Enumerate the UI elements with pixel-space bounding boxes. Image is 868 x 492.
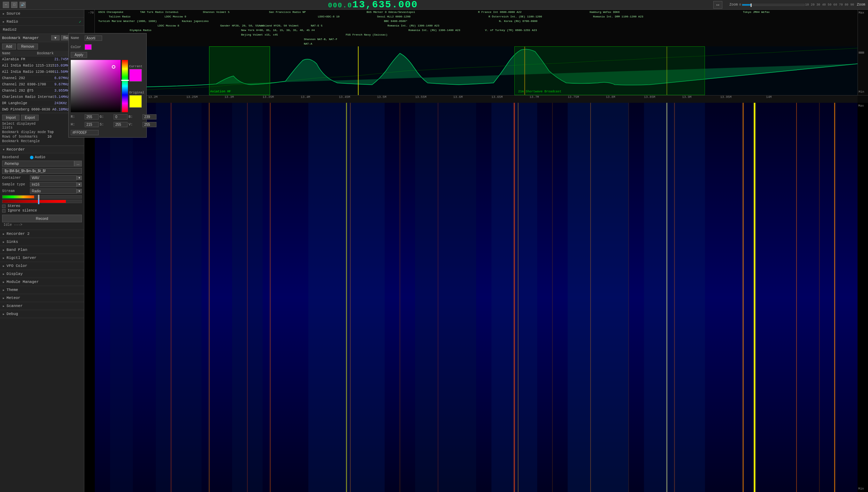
- bookmark-import-button[interactable]: Import: [2, 115, 20, 121]
- theme-header[interactable]: ▶ Theme: [0, 286, 84, 294]
- station-label: Seoul HLL2 0000-1200: [377, 15, 410, 18]
- radio2-section: Radio2: [0, 26, 84, 34]
- volume-bar-1[interactable]: [2, 195, 82, 199]
- recorder-path-input[interactable]: [2, 161, 74, 167]
- scanner-header[interactable]: ▶ Scanner: [0, 302, 84, 310]
- color-picker-swatch-preview[interactable]: [85, 44, 92, 50]
- station-label: NAT-E 5: [311, 24, 323, 27]
- bookmark-rectangle-label: Bookmark Rectangle: [2, 139, 47, 143]
- station-label: R France Int 0600-0900 A22: [478, 10, 522, 14]
- volume-button[interactable]: 🔊: [20, 2, 26, 8]
- freq-tick-label: 13.65M: [491, 95, 502, 99]
- color-picker-name-input[interactable]: [85, 36, 102, 41]
- volume-bar-2-container: [2, 200, 82, 203]
- sidebar-item-radio[interactable]: ▶ Radio ✓: [0, 18, 84, 25]
- waterfall-left-spacer: [84, 103, 95, 492]
- color-picker-gradient[interactable]: [71, 60, 121, 112]
- zoom-slider[interactable]: [742, 4, 805, 6]
- color-h-input[interactable]: [85, 122, 99, 127]
- recorder-path-browse-button[interactable]: ...: [74, 161, 82, 167]
- color-r-row: R:: [71, 114, 99, 120]
- color-hex-input[interactable]: [71, 130, 99, 135]
- station-label: Hamburg WeFax DDK6: [590, 10, 620, 14]
- display-title: Display: [7, 272, 23, 276]
- maximize-button[interactable]: □: [11, 2, 17, 8]
- color-g-input[interactable]: [114, 114, 128, 120]
- bookmark-name: Channel 292 @75: [2, 89, 54, 93]
- color-s-input[interactable]: [114, 122, 128, 127]
- aviation-hf-band: Aviation HF: [209, 46, 270, 95]
- sinks-header[interactable]: ▶ Sinks: [0, 238, 84, 246]
- freq-axis-right-spacer: [858, 95, 868, 103]
- zoom-text: Zoom: [857, 3, 865, 7]
- svg-rect-33: [644, 103, 705, 492]
- svg-rect-27: [156, 103, 201, 492]
- recorder-stream-arrow-icon[interactable]: ▼: [77, 189, 82, 193]
- meteor-header[interactable]: ▶ Meteor: [0, 294, 84, 302]
- band-plan-header[interactable]: ▶ Band Plan: [0, 246, 84, 254]
- volume-bar-2[interactable]: [2, 200, 82, 203]
- color-picker-apply-button[interactable]: Apply: [71, 52, 87, 58]
- debug-header[interactable]: ▶ Debug: [0, 310, 84, 318]
- color-picker-hue-bar[interactable]: [122, 60, 128, 112]
- recorder-stereo-checkbox[interactable]: [2, 205, 6, 208]
- recorder-audio-radio[interactable]: [30, 156, 33, 159]
- color-v-input[interactable]: [143, 122, 156, 127]
- spectrum-slider[interactable]: [859, 52, 864, 54]
- volume-knob-2[interactable]: [38, 199, 39, 204]
- debug-arrow-icon: ▶: [3, 313, 5, 316]
- station-label: LDOC<ODC-6 10: [318, 15, 339, 18]
- vfo-color-header[interactable]: ▶ VFO Color: [0, 262, 84, 270]
- recorder-stream-row: Stream Radio ▼: [2, 189, 82, 194]
- freq-main: 13,635.000: [352, 0, 418, 10]
- minimize-button[interactable]: —: [3, 2, 9, 8]
- bookmark-remove-button[interactable]: Remove: [17, 44, 38, 49]
- station-label: Tallinn Radio: [109, 15, 130, 18]
- bookmark-filter-button[interactable]: ▼: [51, 35, 60, 40]
- recorder-title: Recorder: [7, 147, 25, 152]
- vfo-color-section: ▶ VFO Color: [0, 262, 84, 270]
- zoom-control: Zoom 0 10 20 30 40 50 60 70 80 90 Zoom: [729, 3, 865, 7]
- bookmark-name: Alarabia FM: [2, 57, 54, 61]
- recorder-ignore-silence-checkbox[interactable]: [2, 209, 6, 213]
- color-picker-hue-cursor[interactable]: [121, 80, 129, 81]
- bookmark-manager-title: Bookmark Manager: [2, 36, 50, 40]
- display-header[interactable]: ▶ Display: [0, 270, 84, 278]
- freq-prefix: 000.0: [328, 1, 352, 9]
- sidebar-item-source[interactable]: ▶ Source: [0, 10, 84, 17]
- recorder-header[interactable]: ▼ Recorder: [0, 146, 84, 153]
- module-manager-header[interactable]: ▶ Module Manager: [0, 278, 84, 286]
- recorder-container-arrow-icon[interactable]: ▼: [77, 176, 82, 180]
- bookmark-select-lists-label: Select displayed lists: [2, 122, 47, 130]
- debug-title: Debug: [7, 312, 18, 316]
- color-r-input[interactable]: [85, 114, 99, 120]
- bookmark-export-button[interactable]: Export: [21, 115, 39, 121]
- theme-arrow-icon: ▶: [3, 289, 5, 292]
- color-g-row: G:: [100, 114, 128, 120]
- record-button[interactable]: Record: [2, 215, 82, 222]
- freq-tick-label: 13.85M: [644, 95, 655, 99]
- volume-knob-1[interactable]: [38, 195, 39, 200]
- color-b-row: B:: [129, 114, 156, 120]
- recorder-container-select[interactable]: WAV: [30, 175, 77, 180]
- color-r-label: R:: [71, 115, 85, 119]
- recorder-sample-type-arrow-icon[interactable]: ▼: [77, 182, 82, 187]
- svg-rect-26: [110, 103, 133, 492]
- station-label: NAT-A: [304, 42, 312, 45]
- recorder-template-input[interactable]: [2, 168, 82, 174]
- svg-rect-28: [232, 103, 263, 492]
- bookmark-display-mode-value: Top: [47, 130, 54, 134]
- waterfall-canvas-area: [95, 103, 858, 492]
- color-b-input[interactable]: [143, 114, 156, 120]
- rigctl-server-header[interactable]: ▶ Rigctl Server: [0, 254, 84, 262]
- color-g-label: G:: [100, 115, 114, 119]
- recorder2-header[interactable]: ▶ Recorder 2: [0, 230, 84, 238]
- sync-button[interactable]: ↔: [713, 1, 722, 9]
- sidebar-item-radio2[interactable]: Radio2: [0, 26, 84, 33]
- bookmark-add-button[interactable]: Add: [2, 44, 16, 49]
- recorder-stream-select[interactable]: Radio: [30, 189, 77, 194]
- bookmark-display-mode-label: Bookmark display mode: [2, 130, 47, 134]
- recorder-sample-type-select[interactable]: Int16: [30, 182, 77, 187]
- color-picker-gradient-cursor[interactable]: [112, 65, 115, 69]
- station-label: V. of Turkey (TR) 0600-1255 A23: [485, 29, 537, 32]
